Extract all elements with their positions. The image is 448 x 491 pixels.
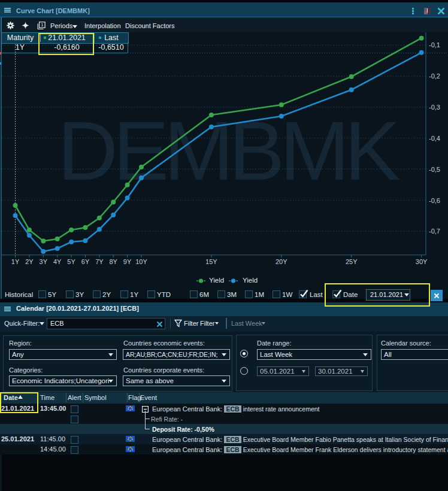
svg-text:15Y: 15Y	[205, 258, 217, 265]
svg-text:2Y: 2Y	[25, 258, 34, 265]
svg-text:20Y: 20Y	[276, 258, 287, 265]
svg-text:-0,1: -0,1	[429, 41, 440, 49]
svg-text:-0,6: -0,6	[429, 197, 440, 204]
svg-text:9Y: 9Y	[123, 258, 132, 265]
svg-text:DEMBMK: DEMBMK	[57, 104, 399, 198]
svg-text:30Y: 30Y	[416, 258, 428, 265]
svg-text:7Y: 7Y	[95, 258, 104, 265]
svg-text:-0,3: -0,3	[429, 104, 440, 111]
svg-text:-0,7: -0,7	[429, 228, 440, 235]
svg-text:25Y: 25Y	[346, 258, 358, 265]
svg-text:3Y: 3Y	[40, 258, 48, 265]
svg-text:1Y: 1Y	[11, 258, 20, 265]
svg-text:-0,5: -0,5	[429, 166, 440, 173]
svg-text:6Y: 6Y	[81, 258, 90, 265]
svg-text:-0,4: -0,4	[429, 135, 440, 142]
svg-text:1: 1	[41, 22, 43, 28]
svg-text:4Y: 4Y	[53, 258, 62, 265]
svg-text:10Y: 10Y	[135, 258, 147, 265]
svg-text:5Y: 5Y	[67, 258, 75, 265]
svg-text:8Y: 8Y	[109, 258, 117, 265]
svg-text:-0,2: -0,2	[429, 72, 440, 80]
